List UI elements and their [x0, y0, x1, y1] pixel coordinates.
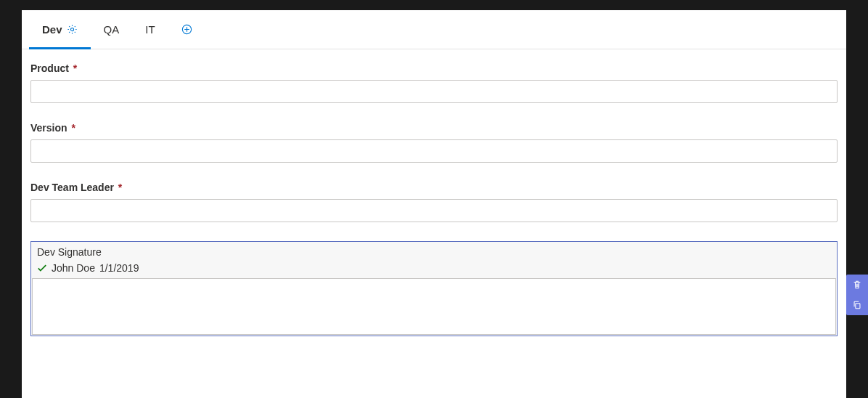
required-marker: *	[71, 122, 75, 134]
signature-row: John Doe 1/1/2019	[31, 261, 837, 278]
tab-qa[interactable]: QA	[91, 10, 133, 49]
add-tab-button[interactable]	[168, 24, 205, 35]
svg-rect-2	[856, 304, 860, 309]
signature-textarea[interactable]	[32, 278, 836, 335]
signature-title: Dev Signature	[31, 242, 837, 261]
label-text: Dev Team Leader	[30, 182, 114, 193]
svg-point-0	[70, 28, 73, 31]
tab-label: QA	[104, 23, 120, 36]
version-input[interactable]	[30, 139, 838, 163]
required-marker: *	[73, 62, 77, 74]
field-label: Product *	[30, 62, 838, 74]
signature-block[interactable]: Dev Signature John Doe 1/1/2019	[30, 241, 838, 336]
field-product: Product *	[30, 62, 838, 103]
checkmark-icon	[37, 263, 47, 273]
signature-date: 1/1/2019	[99, 262, 139, 274]
product-input[interactable]	[30, 80, 838, 103]
team-leader-input[interactable]	[30, 199, 838, 222]
trash-icon	[852, 280, 862, 290]
label-text: Product	[30, 62, 69, 74]
selection-actions	[846, 275, 868, 315]
tab-label: Dev	[42, 23, 62, 36]
copy-icon	[852, 300, 862, 310]
tab-it[interactable]: IT	[132, 10, 168, 49]
form-area: Product * Version * Dev Team Leader * De…	[22, 49, 846, 345]
tab-dev[interactable]: Dev	[29, 10, 91, 49]
gear-icon[interactable]	[67, 24, 78, 35]
signature-name: John Doe	[52, 262, 95, 274]
tab-label: IT	[145, 23, 155, 36]
field-version: Version *	[30, 122, 838, 163]
required-marker: *	[118, 182, 122, 193]
copy-button[interactable]	[846, 295, 868, 315]
field-label: Version *	[30, 122, 838, 134]
add-circle-icon	[181, 24, 192, 35]
label-text: Version	[30, 122, 67, 134]
tab-bar: Dev QA IT	[22, 10, 846, 49]
delete-button[interactable]	[846, 275, 868, 295]
field-label: Dev Team Leader *	[30, 182, 838, 193]
form-panel: Dev QA IT Product	[22, 10, 846, 398]
field-team-leader: Dev Team Leader *	[30, 182, 838, 222]
